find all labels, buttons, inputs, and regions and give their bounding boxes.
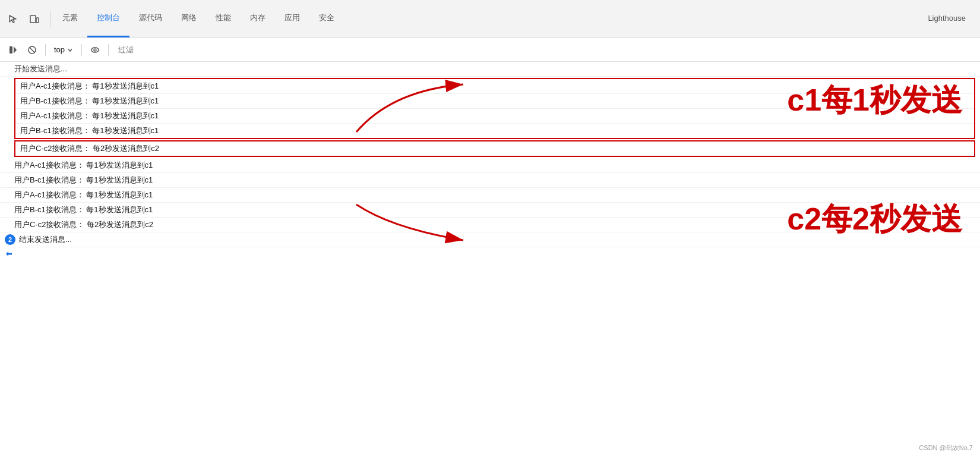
device-toolbar-icon[interactable] xyxy=(26,11,43,27)
end-badge: 2 xyxy=(5,234,15,245)
list-item: 用户B-c1接收消息： 每1秒发送消息到c1 xyxy=(0,203,980,218)
nav-tabs: 元素 控制台 源代码 网络 性能 内存 应用 安全 Lighthouse xyxy=(53,0,975,37)
svg-point-7 xyxy=(94,49,96,51)
list-item: 用户B-c1接收消息： 每1秒发送消息到c1 xyxy=(15,124,974,138)
svg-marker-3 xyxy=(14,46,17,54)
list-item: 用户A-c1接收消息： 每1秒发送消息到c1 xyxy=(0,158,980,173)
eye-button[interactable] xyxy=(87,42,103,58)
svg-rect-0 xyxy=(30,15,36,23)
svg-point-6 xyxy=(91,48,99,52)
list-item: 用户A-c1接收消息： 每1秒发送消息到c1 xyxy=(15,79,974,94)
svg-rect-1 xyxy=(36,18,39,23)
list-item: 用户A-c1接收消息： 每1秒发送消息到c1 xyxy=(0,188,980,203)
tab-application[interactable]: 应用 xyxy=(275,0,309,37)
list-item: 用户A-c1接收消息： 每1秒发送消息到c1 xyxy=(15,109,974,124)
clear-console-button[interactable] xyxy=(5,42,21,58)
tab-security[interactable]: 安全 xyxy=(309,0,344,37)
list-item: 用户C-c2接收消息： 每2秒发送消息到c2 xyxy=(0,218,980,232)
list-item: 用户C-c2接收消息： 每2秒发送消息到c2 xyxy=(15,141,974,156)
tab-memory[interactable]: 内存 xyxy=(241,0,275,37)
toolbar-divider-2 xyxy=(81,44,82,56)
toolbar-divider-3 xyxy=(108,44,109,56)
svg-line-5 xyxy=(30,47,35,52)
console-group-c2: 用户C-c2接收消息： 每2秒发送消息到c2 xyxy=(14,140,975,157)
list-item: 用户B-c1接收消息： 每1秒发送消息到c1 xyxy=(15,94,974,109)
inspect-icon[interactable] xyxy=(5,11,21,27)
watermark: CSDN @码农No.7 xyxy=(919,444,973,452)
tab-network[interactable]: 网络 xyxy=(172,0,206,37)
context-selector[interactable]: top xyxy=(50,43,77,56)
console-output: 开始发送消息... 用户A-c1接收消息： 每1秒发送消息到c1 用户B-c1接… xyxy=(0,62,980,456)
top-nav-bar: 元素 控制台 源代码 网络 性能 内存 应用 安全 Lighthouse xyxy=(0,0,980,38)
nav-icon-group xyxy=(5,11,50,27)
console-start-line: 开始发送消息... xyxy=(0,62,980,77)
tab-performance[interactable]: 性能 xyxy=(206,0,241,37)
tab-lighthouse[interactable]: Lighthouse xyxy=(918,0,975,37)
console-cursor[interactable] xyxy=(0,247,980,260)
svg-rect-2 xyxy=(10,46,12,54)
console-end-line: 2 结束发送消息... xyxy=(0,232,980,247)
block-requests-button[interactable] xyxy=(24,42,40,58)
tab-sources[interactable]: 源代码 xyxy=(129,0,172,37)
console-group-c1: 用户A-c1接收消息： 每1秒发送消息到c1 用户B-c1接收消息： 每1秒发送… xyxy=(14,78,975,139)
tab-console[interactable]: 控制台 xyxy=(87,0,129,37)
console-toolbar: top xyxy=(0,38,980,62)
list-item: 用户B-c1接收消息： 每1秒发送消息到c1 xyxy=(0,173,980,188)
toolbar-divider xyxy=(45,44,46,56)
tab-elements[interactable]: 元素 xyxy=(53,0,87,37)
filter-input[interactable] xyxy=(113,43,975,56)
